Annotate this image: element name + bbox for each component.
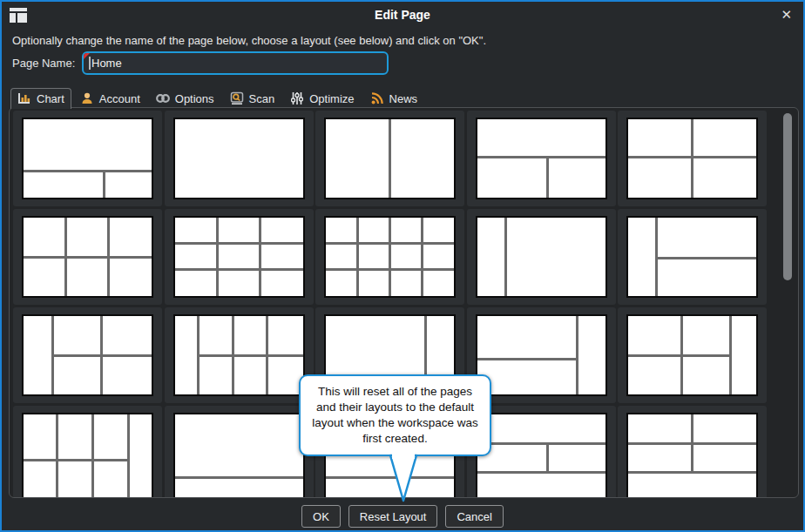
layout-thumbnail-10[interactable] xyxy=(618,209,767,305)
layout-preview xyxy=(626,314,758,396)
ok-button[interactable]: OK xyxy=(301,505,341,528)
pane-divider xyxy=(127,414,130,498)
layout-thumbnail-2[interactable] xyxy=(165,111,314,206)
pane-divider xyxy=(53,354,152,357)
account-icon xyxy=(79,91,95,105)
pane-divider xyxy=(477,442,605,445)
layout-preview xyxy=(476,216,607,298)
layout-preview xyxy=(324,216,456,298)
layout-preview xyxy=(22,118,153,199)
layout-preview xyxy=(626,216,758,298)
pane-divider xyxy=(175,476,303,479)
layout-preview xyxy=(173,314,305,396)
layout-thumbnail-12[interactable] xyxy=(165,307,314,403)
tooltip-tail xyxy=(388,453,419,503)
layout-thumbnail-15[interactable] xyxy=(618,307,767,403)
cancel-button[interactable]: Cancel xyxy=(445,505,503,528)
layout-thumbnail-17[interactable] xyxy=(165,406,314,498)
title-bar: Edit Page ✕ xyxy=(2,2,803,30)
layout-preview xyxy=(476,413,607,498)
layout-preview xyxy=(324,118,456,199)
sliders-icon xyxy=(289,91,305,105)
tab-label: News xyxy=(389,92,418,105)
layout-preview xyxy=(626,118,758,199)
layout-thumbnail-20[interactable] xyxy=(618,406,767,498)
pane-divider xyxy=(504,218,507,296)
tab-options[interactable]: Options xyxy=(149,88,221,108)
tab-label: Optimize xyxy=(309,92,354,105)
reset-layout-button[interactable]: Reset Layout xyxy=(348,505,438,528)
tab-label: Scan xyxy=(249,92,275,105)
layout-thumbnail-4[interactable] xyxy=(467,111,616,206)
layout-preview xyxy=(22,216,153,298)
layout-preview xyxy=(173,118,305,199)
tab-label: Chart xyxy=(37,92,64,105)
layout-thumbnail-9[interactable] xyxy=(467,209,616,305)
edit-page-dialog: Edit Page ✕ Optionally change the name o… xyxy=(0,0,805,532)
tab-account[interactable]: Account xyxy=(73,88,147,108)
pane-divider xyxy=(198,354,303,357)
pane-divider xyxy=(477,358,578,360)
pane-divider xyxy=(389,218,391,296)
layout-thumbnail-3[interactable] xyxy=(315,111,464,206)
pane-divider xyxy=(656,257,756,259)
pane-divider xyxy=(628,156,756,158)
tab-scan[interactable]: Scan xyxy=(223,88,282,108)
pane-divider xyxy=(326,242,454,245)
pane-divider xyxy=(389,119,391,198)
pane-divider xyxy=(24,459,129,461)
tab-label: Options xyxy=(175,92,214,105)
close-icon[interactable]: ✕ xyxy=(781,7,792,23)
layout-thumbnail-1[interactable] xyxy=(13,111,162,206)
layout-thumbnail-16[interactable] xyxy=(13,406,162,498)
pane-divider xyxy=(421,218,423,296)
tab-optimize[interactable]: Optimize xyxy=(283,88,361,108)
layout-preview xyxy=(173,413,305,498)
layout-thumbnail-6[interactable] xyxy=(13,209,162,305)
layout-thumbnail-8[interactable] xyxy=(315,209,464,305)
page-name-value: Home xyxy=(91,57,122,70)
dialog-title: Edit Page xyxy=(2,8,803,22)
layout-preview xyxy=(173,216,305,298)
footer-button-row: OK Reset Layout Cancel xyxy=(2,505,803,528)
pane-divider xyxy=(24,170,152,172)
instruction-text: Optionally change the name of the page b… xyxy=(12,34,486,47)
pane-divider xyxy=(103,171,105,198)
chart-icon xyxy=(17,91,32,105)
scrollbar-thumb[interactable] xyxy=(783,113,792,280)
tooltip-text: This will reset all of the pages and the… xyxy=(299,374,491,456)
link-icon xyxy=(155,91,171,105)
pane-divider xyxy=(477,471,605,474)
reset-layout-tooltip: This will reset all of the pages and the… xyxy=(299,374,491,456)
pane-divider xyxy=(546,443,549,472)
pane-divider xyxy=(24,256,152,259)
tab-bar: ChartAccountOptionsScanOptimizeNews xyxy=(10,87,424,108)
page-name-input[interactable]: Home xyxy=(82,51,389,75)
layout-preview xyxy=(22,314,153,396)
tab-chart[interactable]: Chart xyxy=(10,88,71,109)
pane-divider xyxy=(691,119,693,198)
pane-divider xyxy=(546,157,549,198)
rss-icon xyxy=(369,91,385,105)
pane-divider xyxy=(175,268,303,271)
scrollbar-track[interactable] xyxy=(782,110,794,495)
pane-divider xyxy=(628,354,731,357)
tab-news[interactable]: News xyxy=(363,88,425,108)
layout-preview xyxy=(626,413,758,498)
pane-divider xyxy=(175,242,303,245)
page-name-label: Page Name: xyxy=(12,52,75,75)
pane-divider xyxy=(477,156,605,158)
layout-preview xyxy=(22,413,153,498)
pane-divider xyxy=(356,218,359,296)
pane-divider xyxy=(56,414,58,498)
layout-thumbnail-5[interactable] xyxy=(618,111,767,206)
pane-divider xyxy=(216,218,219,296)
pane-divider xyxy=(326,268,454,271)
pane-divider xyxy=(259,218,261,296)
pane-divider xyxy=(691,414,693,472)
modified-marker-icon xyxy=(84,53,90,59)
layout-preview xyxy=(476,118,607,199)
layout-thumbnail-7[interactable] xyxy=(165,209,314,305)
pane-divider xyxy=(91,414,94,498)
layout-thumbnail-11[interactable] xyxy=(13,307,162,403)
